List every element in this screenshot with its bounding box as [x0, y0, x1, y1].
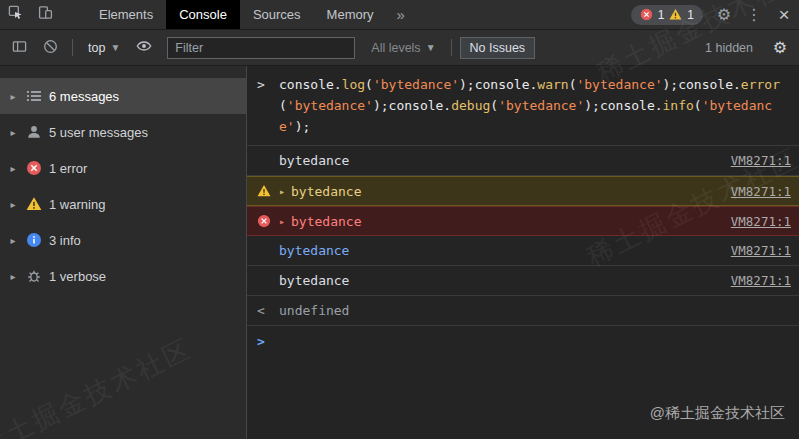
hidden-messages-count: 1 hidden: [705, 41, 753, 55]
no-issues-button[interactable]: No Issues: [460, 37, 536, 59]
info-icon: [26, 232, 42, 248]
user-icon: [26, 124, 42, 140]
console-panel-body: ▸6 messages▸5 user messages▸1 error▸1 wa…: [0, 66, 799, 439]
command-code: console.log('bytedance');console.warn('b…: [279, 74, 791, 137]
console-message-result[interactable]: <undefined: [247, 296, 799, 326]
clear-console-icon: [43, 39, 58, 57]
verbose-icon: [26, 268, 42, 284]
console-command[interactable]: > console.log('bytedance');console.warn(…: [247, 66, 799, 146]
sidebar-item-errors[interactable]: ▸1 error: [0, 150, 246, 186]
gear-icon: ⚙: [773, 38, 787, 57]
warning-count-icon: [669, 8, 682, 21]
source-link[interactable]: VM8271:1: [731, 184, 791, 199]
filter-input[interactable]: [167, 37, 355, 59]
sidebar-item-info[interactable]: ▸3 info: [0, 222, 246, 258]
tabbar-spacer: [415, 0, 631, 29]
error-count: 1: [658, 8, 665, 22]
settings-button[interactable]: ⚙: [709, 0, 739, 29]
overflow-menu-icon: ⋮: [746, 5, 762, 24]
close-devtools-button[interactable]: ×: [769, 0, 799, 29]
tab-console[interactable]: Console: [166, 0, 240, 29]
console-toolbar: top ▼ All levels ▼ No Issues 1 hidden ⚙: [0, 30, 799, 66]
expand-icon[interactable]: ▸: [279, 186, 285, 197]
levels-label: All levels: [371, 41, 420, 55]
sidebar-item-label: 3 info: [49, 233, 81, 248]
sidebar-item-label: 5 user messages: [49, 125, 148, 140]
warning-icon: [26, 196, 42, 212]
console-message-debug[interactable]: bytedanceVM8271:1: [247, 236, 799, 266]
execution-context-selector[interactable]: top ▼: [81, 41, 127, 55]
more-tabs-button[interactable]: »: [387, 0, 415, 29]
device-toolbar-button[interactable]: [30, 0, 60, 29]
device-toolbar-icon: [38, 5, 53, 24]
console-output: > console.log('bytedance');console.warn(…: [247, 66, 799, 439]
chevron-result-icon: <: [257, 303, 279, 318]
toolbar-separator: [72, 39, 73, 56]
source-link[interactable]: VM8271:1: [731, 214, 791, 229]
tab-memory[interactable]: Memory: [314, 0, 387, 29]
context-label: top: [88, 41, 105, 55]
message-text: undefined: [279, 303, 791, 318]
message-text: bytedance: [291, 214, 719, 229]
message-text: bytedance: [279, 243, 719, 258]
live-expression-button[interactable]: [130, 35, 158, 61]
source-link[interactable]: VM8271:1: [731, 243, 791, 258]
console-message-log[interactable]: bytedanceVM8271:1: [247, 146, 799, 176]
issues-counter[interactable]: 1 1: [631, 5, 703, 25]
console-messages: bytedanceVM8271:1▸bytedanceVM8271:1▸byte…: [247, 146, 799, 356]
sidebar-item-warnings[interactable]: ▸1 warning: [0, 186, 246, 222]
source-link[interactable]: VM8271:1: [731, 153, 791, 168]
sidebar-item-label: 1 error: [49, 161, 87, 176]
devtools-panel: ElementsConsoleSourcesMemory » 1 1 ⚙ ⋮ ×…: [0, 0, 799, 439]
tab-elements[interactable]: Elements: [86, 0, 166, 29]
error-icon: [26, 160, 42, 176]
eye-icon: [136, 38, 152, 57]
sidebar-toggle-icon: [12, 39, 27, 57]
sidebar-item-label: 6 messages: [49, 89, 119, 104]
gear-icon: ⚙: [717, 5, 731, 24]
console-sidebar-toggle-button[interactable]: [5, 35, 33, 61]
chevron-down-icon: ▼: [110, 42, 120, 53]
log-levels-dropdown[interactable]: All levels ▼: [364, 41, 442, 55]
disclosure-icon[interactable]: ▸: [7, 163, 19, 174]
disclosure-icon[interactable]: ▸: [7, 235, 19, 246]
clear-console-button[interactable]: [36, 35, 64, 61]
warning-count: 1: [687, 8, 694, 22]
sidebar-item-messages[interactable]: ▸6 messages: [0, 78, 246, 114]
devtools-tabbar: ElementsConsoleSourcesMemory » 1 1 ⚙ ⋮ ×: [0, 0, 799, 30]
message-text: bytedance: [279, 273, 719, 288]
panel-tabs: ElementsConsoleSourcesMemory: [86, 0, 387, 29]
console-settings-button[interactable]: ⚙: [766, 35, 794, 61]
console-message-error[interactable]: ▸bytedanceVM8271:1: [247, 206, 799, 236]
command-prompt-chevron: >: [257, 74, 279, 137]
message-text: bytedance: [291, 184, 719, 199]
chevron-down-icon: ▼: [426, 42, 436, 53]
error-icon: [257, 214, 279, 228]
disclosure-icon[interactable]: ▸: [7, 127, 19, 138]
console-message-warning[interactable]: ▸bytedanceVM8271:1: [247, 176, 799, 206]
customize-menu-button[interactable]: ⋮: [739, 0, 769, 29]
inspect-element-button[interactable]: [0, 0, 30, 29]
sidebar-item-label: 1 verbose: [49, 269, 106, 284]
console-message-prompt[interactable]: >: [247, 326, 799, 356]
toolbar-separator: [451, 39, 452, 56]
close-icon: ×: [778, 4, 789, 26]
error-count-icon: [640, 8, 653, 21]
disclosure-icon[interactable]: ▸: [7, 91, 19, 102]
console-sidebar: ▸6 messages▸5 user messages▸1 error▸1 wa…: [0, 66, 247, 439]
sidebar-item-user-messages[interactable]: ▸5 user messages: [0, 114, 246, 150]
sidebar-item-label: 1 warning: [49, 197, 105, 212]
console-message-info[interactable]: bytedanceVM8271:1: [247, 266, 799, 296]
disclosure-icon[interactable]: ▸: [7, 199, 19, 210]
source-link[interactable]: VM8271:1: [731, 273, 791, 288]
expand-icon[interactable]: ▸: [279, 216, 285, 227]
sidebar-item-verbose[interactable]: ▸1 verbose: [0, 258, 246, 294]
disclosure-icon[interactable]: ▸: [7, 271, 19, 282]
message-text: bytedance: [279, 153, 719, 168]
chevron-prompt-icon: >: [257, 334, 279, 349]
tab-sources[interactable]: Sources: [240, 0, 314, 29]
inspect-icon: [8, 5, 23, 24]
list-icon: [26, 88, 42, 104]
warning-icon: [257, 184, 279, 198]
